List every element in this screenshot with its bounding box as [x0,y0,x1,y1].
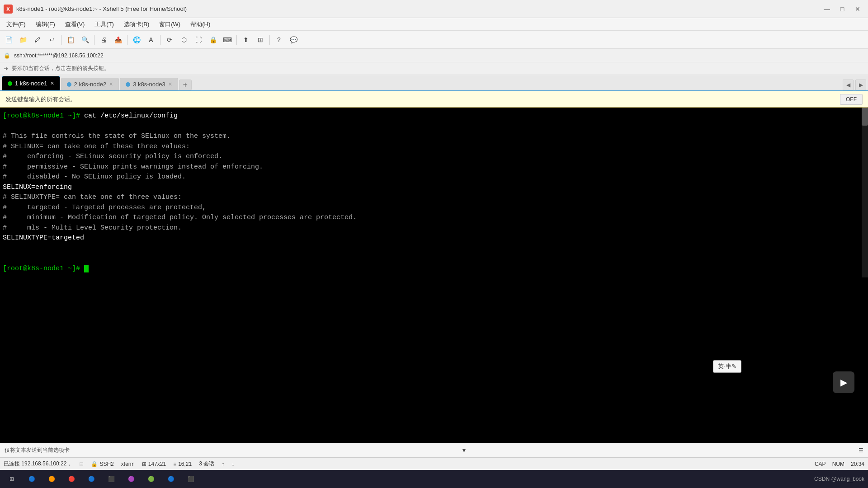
pos-status: ≡ 16,21 [173,461,192,467]
menu-file[interactable]: 文件(F) [2,18,30,30]
scrollbar-track[interactable] [862,108,868,277]
status-right: CAP NUM 20:34 [815,461,864,467]
terminal-line-blank1 [3,122,865,132]
hint-arrow-icon: ➜ [4,66,8,72]
menu-window[interactable]: 窗口(W) [155,18,185,30]
terminal-line-1: # This file controls the state of SELinu… [3,131,865,142]
toolbar-layout[interactable]: ⊞ [254,33,267,46]
taskbar-app-1[interactable]: 🔵 [24,472,40,486]
tab-next-button[interactable]: ▶ [855,80,866,90]
play-button[interactable] [833,371,854,393]
title-bar: X k8s-node1 - root@k8s-node1:~ - Xshell … [0,0,868,18]
taskbar: ⊞ 🔵 🟠 🔴 🔵 ⬛ 🟣 🟢 🔵 ⬛ CSDN @wang_book [0,470,868,488]
taskbar-app-8[interactable]: 🔵 [163,472,179,486]
connection-text: 已连接 192.168.56.100:22， [4,460,72,468]
terminal-line-blank3 [3,253,865,264]
taskbar-app-3[interactable]: 🔴 [63,472,80,486]
menu-bar: 文件(F) 编辑(E) 查看(V) 工具(T) 选项卡(B) 窗口(W) 帮助(… [0,18,868,31]
taskbar-app-5[interactable]: ⬛ [103,472,119,486]
tab-dot-2 [67,82,71,87]
send-bar-dropdown-icon[interactable]: ▼ [462,447,467,454]
status-sep1: ⊟ [79,461,84,467]
term-label: xterm [121,461,135,467]
minimize-button[interactable]: — [820,4,834,14]
terminal-area[interactable]: [root@k8s-node1 ~]# cat /etc/selinux/con… [0,108,868,443]
sessions-status: 3 会话 [199,460,214,468]
terminal-line-9: # mls - Multi Level Security protection. [3,223,865,234]
tab-label-2: 2 k8s-node2 [74,81,107,88]
tab-close-1[interactable]: ✕ [50,80,54,86]
scrollbar-thumb[interactable] [862,108,868,126]
taskbar-app-4[interactable]: 🔵 [83,472,99,486]
toolbar-open[interactable]: 📁 [16,33,30,46]
tab-label-3: 3 k8s-node3 [133,81,165,88]
taskbar-start[interactable]: ⊞ [4,472,20,486]
menu-edit[interactable]: 编辑(E) [31,18,60,30]
tab-k8s-node3[interactable]: 3 k8s-node3 ✕ [120,78,178,90]
taskbar-app-6[interactable]: 🟣 [123,472,139,486]
tab-nav: ◀ ▶ [843,80,866,90]
size-icon: ⊞ [142,461,146,467]
toolbar-help[interactable]: ? [272,33,286,46]
toolbar-sep4 [160,35,160,45]
terminal-line-cmd: [root@k8s-node1 ~]# cat /etc/selinux/con… [3,111,865,122]
terminal-line-selinux: SELINUX=enforcing [3,183,865,193]
tab-close-3[interactable]: ✕ [168,81,172,87]
close-button[interactable]: ✕ [851,4,864,14]
toolbar-print[interactable]: 🖨 [97,33,110,46]
ssh-label: SSH2 [99,461,113,467]
toolbar-btn12[interactable]: ⬡ [177,33,191,46]
terminal-line-selinuxtype: SELINUXTYPE=targeted [3,233,865,244]
hint-text: 要添加当前会话，点击左侧的箭头按钮。 [12,65,109,72]
menu-tab[interactable]: 选项卡(B) [119,18,154,30]
toolbar-globe[interactable]: 🌐 [130,33,143,46]
toolbar-paste[interactable]: 🔍 [78,33,92,46]
taskbar-app-7[interactable]: 🟢 [143,472,159,486]
pos-label: 16,21 [178,461,192,467]
terminal-line-4: # permissive - SELinux prints warnings i… [3,162,865,173]
taskbar-app-9[interactable]: ⬛ [183,472,199,486]
term-status: xterm [121,461,135,467]
toolbar-new[interactable]: 📄 [2,33,15,46]
toolbar-sep2 [94,35,94,45]
num-label: NUM [832,461,844,467]
address-input[interactable] [14,52,864,59]
toolbar-btn4[interactable]: ↩ [45,33,59,46]
toolbar-lock[interactable]: 🔒 [206,33,220,46]
ssh-icon: 🔒 [91,461,98,467]
menu-help[interactable]: 帮助(H) [186,18,215,30]
ssh-status: 🔒 SSH2 [91,461,113,467]
toolbar-fullscreen[interactable]: ⛶ [192,33,205,46]
taskbar-app-2[interactable]: 🟠 [43,472,60,486]
terminal-line-5: # disabled - No SELinux policy is loaded… [3,172,865,183]
tab-k8s-node1[interactable]: 1 k8s-node1 ✕ [2,76,60,90]
toolbar-chat[interactable]: 💬 [287,33,300,46]
terminal-cursor [84,265,89,272]
menu-tools[interactable]: 工具(T) [90,18,118,30]
toolbar-sep1 [61,35,61,45]
toolbar: 📄 📁 🖊 ↩ 📋 🔍 🖨 📤 🌐 A ⟳ ⬡ ⛶ 🔒 ⌨ ⬆ ⊞ ? 💬 [0,31,868,49]
tab-prev-button[interactable]: ◀ [843,80,854,90]
toolbar-key[interactable]: ⌨ [221,33,234,46]
tab-k8s-node2[interactable]: 2 k8s-node2 ✕ [61,78,119,90]
terminal-line-6: # SELINUXTYPE= can take one of three val… [3,192,865,203]
send-bar-menu-icon[interactable]: ☰ [859,447,863,454]
toolbar-copy[interactable]: 📋 [64,33,77,46]
maximize-button[interactable]: □ [835,4,849,14]
ime-text: 英·半✎ [718,363,736,370]
tab-add-button[interactable]: + [179,80,192,90]
tab-close-2[interactable]: ✕ [109,81,113,87]
window-title: k8s-node1 - root@k8s-node1:~ - Xshell 5 … [16,5,187,12]
toolbar-btn10[interactable]: A [144,33,158,46]
toolbar-btn8[interactable]: 📤 [111,33,125,46]
ime-popup[interactable]: 英·半✎ [713,360,741,373]
broadcast-bar: 发送键盘输入的所有会话。 OFF [0,91,868,108]
terminal-line-blank2 [3,244,865,254]
menu-view[interactable]: 查看(V) [61,18,89,30]
terminal[interactable]: [root@k8s-node1 ~]# cat /etc/selinux/con… [0,108,868,277]
terminal-line-2: # SELINUX= can take one of these three v… [3,142,865,152]
toolbar-btn11[interactable]: ⟳ [163,33,176,46]
broadcast-off-button[interactable]: OFF [840,94,863,105]
toolbar-upload[interactable]: ⬆ [239,33,253,46]
toolbar-btn3[interactable]: 🖊 [31,33,44,46]
